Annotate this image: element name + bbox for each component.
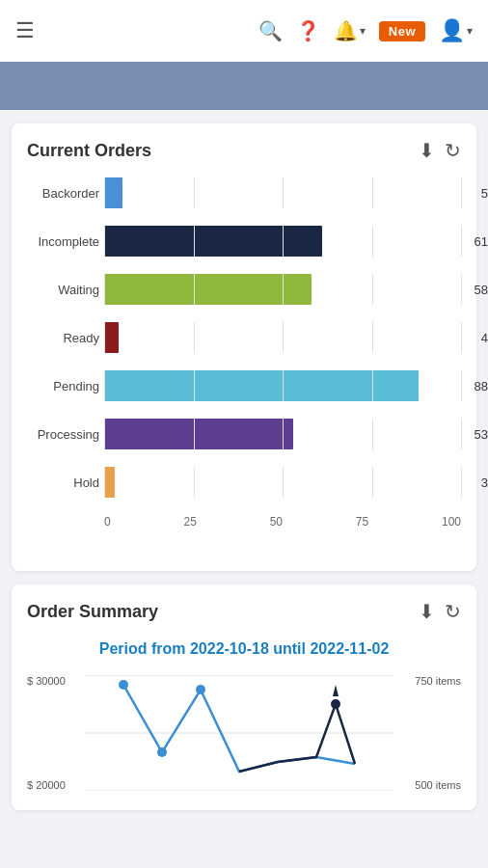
bar-track: 58 [104, 274, 461, 305]
order-summary-card: Order Summary ⬇ ↻ Period from 2022-10-18… [12, 584, 476, 810]
bar-value: 3 [481, 475, 488, 490]
bar-track: 88 [104, 370, 461, 401]
bar-row: Incomplete61 [104, 226, 461, 257]
user-dropdown-icon: ▾ [467, 24, 473, 38]
bar-label: Pending [27, 379, 99, 393]
bar-chart: Backorder5Incomplete61Waiting58Ready4Pen… [27, 177, 461, 552]
current-orders-card: Current Orders ⬇ ↻ Backorder5Incomplete6… [12, 123, 476, 571]
bar-fill [104, 177, 122, 208]
bar-value: 5 [481, 186, 488, 201]
app-header: ☰ 🔍 ❓ 🔔 ▾ New 👤 ▾ [0, 0, 488, 62]
y-left-label: $ 20000 [27, 779, 66, 791]
y-right-label: 750 items [415, 675, 461, 687]
y-left-label: $ 30000 [27, 675, 66, 687]
header-left: ☰ [15, 18, 35, 43]
current-orders-actions: ⬇ ↻ [419, 139, 461, 162]
order-summary-actions: ⬇ ↻ [419, 600, 461, 623]
bar-row: Hold3 [104, 467, 461, 498]
svg-point-4 [157, 747, 167, 757]
header-right: 🔍 ❓ 🔔 ▾ New 👤 ▾ [258, 18, 473, 43]
y-right-label: 500 items [415, 779, 461, 791]
bar-track: 5 [104, 177, 461, 208]
order-summary-header: Order Summary ⬇ ↻ [27, 600, 461, 623]
bar-label: Hold [27, 475, 99, 490]
y-axis-right: 750 items500 items [411, 675, 461, 791]
current-orders-header: Current Orders ⬇ ↻ [27, 139, 461, 162]
x-axis-label: 0 [104, 515, 111, 529]
bar-fill [104, 419, 293, 449]
bar-row: Waiting58 [104, 274, 461, 305]
bar-label: Processing [27, 427, 99, 442]
download-icon[interactable]: ⬇ [419, 139, 435, 162]
bell-icon: 🔔 [334, 19, 358, 42]
order-summary-download-icon[interactable]: ⬇ [419, 600, 435, 623]
y-axis-left: $ 30000$ 20000 [27, 675, 69, 791]
bar-row: Pending88 [104, 370, 461, 401]
bar-label: Ready [27, 331, 99, 345]
new-badge[interactable]: New [379, 21, 425, 41]
bar-row: Processing53 [104, 419, 461, 449]
x-axis-label: 100 [442, 515, 461, 529]
search-icon[interactable]: 🔍 [258, 19, 283, 42]
summary-svg [85, 675, 393, 791]
x-axis-label: 75 [356, 515, 368, 529]
bar-label: Waiting [27, 283, 99, 297]
x-axis-label: 25 [183, 515, 196, 529]
bar-label: Backorder [27, 186, 99, 201]
blue-banner [0, 62, 488, 110]
bar-value: 61 [474, 234, 488, 249]
bar-fill [104, 322, 119, 353]
bar-value: 53 [474, 427, 488, 442]
svg-point-3 [119, 680, 128, 690]
bar-fill [104, 274, 312, 305]
bar-track: 4 [104, 322, 461, 353]
bar-fill [104, 370, 419, 401]
bar-track: 53 [104, 419, 461, 449]
user-icon: 👤 [439, 18, 465, 43]
bar-value: 4 [481, 331, 488, 345]
order-summary-refresh-icon[interactable]: ↻ [445, 600, 461, 623]
bar-fill [104, 467, 115, 498]
menu-icon[interactable]: ☰ [15, 18, 35, 43]
bar-row: Ready4 [104, 322, 461, 353]
svg-marker-7 [333, 685, 339, 696]
summary-chart-area: $ 30000$ 20000 750 items500 items [27, 675, 461, 791]
notifications-area[interactable]: 🔔 ▾ [334, 19, 366, 42]
bar-track: 3 [104, 467, 461, 498]
svg-point-6 [331, 699, 340, 709]
bar-fill [104, 226, 322, 257]
bar-row: Backorder5 [104, 177, 461, 208]
refresh-icon[interactable]: ↻ [445, 139, 461, 162]
chart-bars: Backorder5Incomplete61Waiting58Ready4Pen… [104, 177, 461, 498]
bar-value: 88 [474, 379, 488, 393]
bell-dropdown-icon: ▾ [360, 24, 366, 38]
order-summary-title: Order Summary [27, 602, 158, 622]
bar-value: 58 [474, 283, 488, 297]
user-area[interactable]: 👤 ▾ [439, 18, 473, 43]
x-axis-label: 50 [270, 515, 283, 529]
current-orders-title: Current Orders [27, 141, 151, 161]
bar-track: 61 [104, 226, 461, 257]
order-summary-subtitle: Period from 2022-10-18 until 2022-11-02 [27, 638, 461, 660]
x-axis: 0255075100 [104, 515, 461, 529]
help-icon[interactable]: ❓ [296, 19, 320, 42]
svg-point-5 [196, 685, 205, 694]
bar-label: Incomplete [27, 234, 99, 249]
